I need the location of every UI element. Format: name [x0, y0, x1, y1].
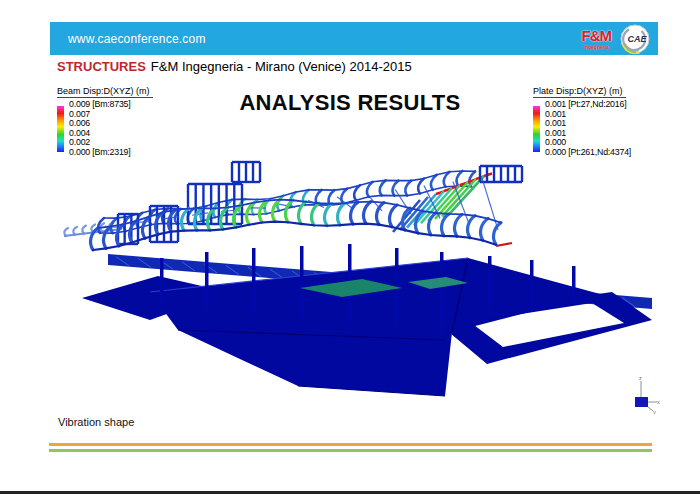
axis-label-z: z [639, 375, 642, 381]
plate-legend-colorbar-icon [533, 106, 540, 152]
cae-logo-text: CAE [628, 33, 648, 43]
beam-legend-colorbar-icon [57, 106, 64, 152]
legend-value: 0.000 [Pt:261,Nd:4374] [545, 148, 631, 158]
slide-subtitle: STRUCTURESF&M Ingegneria - Mirano (Venic… [57, 59, 412, 74]
plate-displacement-legend: Plate Disp:D(XYZ) (m) 0.001 [Pt:27,Nd:20… [533, 86, 631, 158]
legend-value: 0.000 [Bm:2319] [69, 148, 131, 158]
fm-logo-subtext: Ingegneria [582, 45, 612, 50]
subtitle-highlight: STRUCTURES [57, 59, 146, 74]
plate-legend-title: Plate Disp:D(XYZ) (m) [533, 86, 626, 98]
axis-label-y: y [653, 409, 656, 414]
beam-legend-title: Beam Disp:D(XYZ) (m) [57, 86, 153, 98]
axis-label-x: x [657, 399, 660, 405]
footer-rule-orange [49, 443, 652, 446]
fem-model-figure [55, 158, 655, 410]
footer-rule-green [49, 449, 652, 452]
subtitle-rest: F&M Ingegneria - Mirano (Venice) 2014-20… [151, 59, 412, 74]
slide-bottom-edge [0, 491, 700, 494]
fm-logo-text: F&M [582, 27, 612, 44]
cae-logo-icon: CAE [620, 24, 650, 54]
fm-ingegneria-logo-icon: F&M Ingegneria [582, 28, 612, 50]
figure-caption: Vibration shape [58, 416, 134, 428]
banner-logos: F&M Ingegneria CAE [582, 24, 651, 54]
top-banner: www.caeconference.com F&M Ingegneria CAE [50, 22, 658, 55]
beam-displacement-legend: Beam Disp:D(XYZ) (m) 0.009 [Bm:8735] 0.0… [57, 86, 153, 158]
beam-legend-values: 0.009 [Bm:8735] 0.007 0.006 0.004 0.002 … [69, 100, 131, 158]
plate-legend-values: 0.001 [Pt:27,Nd:2016] 0.001 0.001 0.001 … [545, 100, 631, 158]
banner-url[interactable]: www.caeconference.com [68, 32, 206, 46]
axis-triad-icon: z x y [626, 374, 662, 414]
slide: www.caeconference.com F&M Ingegneria CAE… [0, 0, 700, 496]
